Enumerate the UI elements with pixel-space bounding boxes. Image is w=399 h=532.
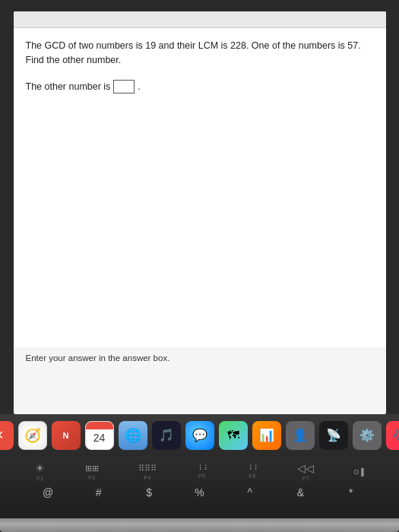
period: .	[138, 81, 140, 92]
music-icon[interactable]: 🎵	[152, 421, 181, 450]
fn-f4-key[interactable]: ⠿⠿⠿ F4	[138, 464, 157, 481]
percent-key[interactable]: %	[188, 486, 211, 499]
person-icon[interactable]: 👤	[286, 421, 315, 450]
dock: ✕ 🧭 N 24 🌐 🎵 💬 🗺 📊 👤 📡 ⚙️ 🎶	[0, 414, 399, 456]
answer-label: The other number is	[26, 81, 111, 92]
dollar-key[interactable]: $	[138, 486, 160, 499]
ampersand-key[interactable]: &	[289, 486, 312, 499]
at-key[interactable]: @	[36, 486, 59, 499]
fn-f3-key[interactable]: ⊞⊞ F3	[85, 464, 99, 481]
top-bar	[14, 11, 386, 28]
messages-icon[interactable]: 💬	[185, 421, 214, 450]
main-content: The GCD of two numbers is 19 and their L…	[14, 28, 386, 347]
content-area	[26, 101, 374, 314]
answer-row: The other number is .	[26, 80, 374, 93]
bars-icon[interactable]: 📊	[252, 421, 281, 450]
maps-icon[interactable]: 🗺	[219, 421, 248, 450]
screen-content: The GCD of two numbers is 19 and their L…	[14, 11, 386, 414]
fn-f2-key[interactable]: ☀ F2	[35, 462, 45, 482]
fn-f6-key[interactable]: ⠸⠸ F6	[247, 464, 258, 480]
browser-area: The GCD of two numbers is 19 and their L…	[14, 11, 386, 414]
close-icon[interactable]: ✕	[0, 421, 14, 450]
news-icon[interactable]: N	[52, 421, 81, 450]
fn-row: ☀ F2 ⊞⊞ F3 ⠿⠿⠿ F4 ⠸⠸ F5 ⠸⠸ F6 ◁◁ F7 D▐	[0, 456, 399, 485]
settings-icon[interactable]: ⚙️	[353, 421, 382, 450]
asterisk-key[interactable]: *	[340, 486, 363, 499]
laptop-screen: The GCD of two numbers is 19 and their L…	[0, 0, 399, 426]
laptop-bottom	[0, 518, 399, 532]
char-row: @ # $ % ^ & *	[0, 485, 399, 505]
safari-icon[interactable]: 🧭	[18, 421, 47, 450]
fn-brightness-key[interactable]: D▐	[354, 468, 364, 476]
finder-icon[interactable]: 🌐	[119, 421, 147, 450]
wifi-icon[interactable]: 📡	[319, 421, 348, 450]
itunes-icon[interactable]: 🎶	[386, 421, 400, 450]
hash-key[interactable]: #	[87, 486, 110, 499]
fn-f7-key[interactable]: ◁◁ F7	[297, 462, 314, 482]
answer-input[interactable]	[113, 80, 135, 93]
caret-key[interactable]: ^	[239, 486, 261, 499]
fn-f5-key[interactable]: ⠸⠸ F5	[197, 464, 207, 480]
question-text: The GCD of two numbers is 19 and their L…	[26, 39, 374, 68]
calendar-icon[interactable]: 24	[85, 421, 114, 450]
footer-text: Enter your answer in the answer box.	[14, 347, 386, 369]
